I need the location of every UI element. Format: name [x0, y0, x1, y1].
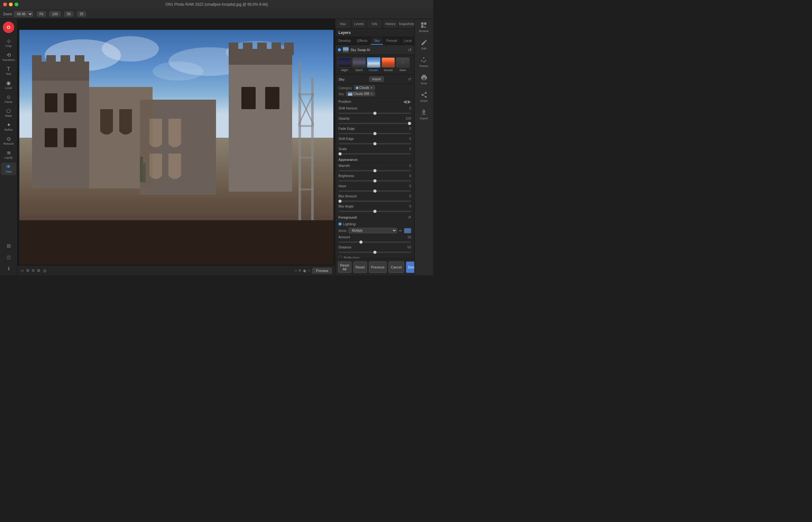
fg-distance-header: Distance 50: [338, 245, 411, 249]
nav-tab-levels[interactable]: Levels: [351, 19, 367, 28]
opacity-input[interactable]: [338, 123, 411, 124]
refine-tool[interactable]: ✦ Refine: [1, 121, 16, 133]
window-title: ON1 Photo RAW 2022 (smallpox-hospital.jp…: [165, 2, 268, 7]
svg-rect-13: [45, 93, 57, 112]
night-thumb-image: [338, 57, 351, 67]
opacity-header: Opacity 100: [338, 117, 411, 120]
shift-edge-header: Shift Edge 0: [338, 137, 411, 141]
blur-angle-header: Blur Angle 0: [338, 204, 411, 208]
reset-all-button[interactable]: Reset All: [338, 261, 351, 273]
edit-button[interactable]: Edit: [421, 39, 428, 50]
mode-select[interactable]: Multiply Normal Screen Overlay: [349, 228, 397, 233]
nav-tab-info[interactable]: Info: [367, 19, 383, 28]
reflection-toggle[interactable]: [338, 256, 342, 259]
grid-view-icon[interactable]: ⊟: [32, 268, 35, 273]
export-button[interactable]: Export: [420, 109, 428, 120]
tab-develop[interactable]: Develop: [335, 37, 354, 45]
fg-amount-input[interactable]: [338, 241, 411, 243]
position-arrows: ◀ ▶: [403, 99, 411, 104]
sky-reset-button[interactable]: ↺: [408, 47, 412, 52]
previous-button[interactable]: Previous: [369, 261, 387, 273]
transform-tool[interactable]: ⟲ Transform: [1, 51, 16, 63]
fg-distance-input[interactable]: [338, 252, 411, 253]
sky-thumb-more[interactable]: ··· More: [396, 57, 410, 72]
sunset-thumb-image: [381, 57, 395, 67]
crop-tool[interactable]: ⊹ Crop: [1, 37, 16, 49]
sky-thumb-clouds[interactable]: Clouds*: [367, 57, 380, 72]
preview-button[interactable]: Preview: [312, 268, 332, 274]
panel-content: Sky: Import ↺ Category Clouds ▼ Sky: [335, 75, 414, 259]
sky-thumb-storm[interactable]: Storm: [352, 57, 366, 72]
bottom-tool-1[interactable]: ▤: [1, 241, 16, 250]
nav-tab-history[interactable]: History: [383, 19, 399, 28]
done-button[interactable]: Done: [406, 261, 414, 273]
faces-tool[interactable]: ☺ Faces: [1, 93, 16, 105]
nav-tab-nav[interactable]: Nav: [335, 19, 351, 28]
svg-rect-24: [271, 42, 281, 55]
minimize-button[interactable]: [9, 2, 13, 6]
maximize-button[interactable]: [15, 2, 18, 6]
zoom-group: Zoom 68.96: [3, 11, 33, 17]
browse-label: Browse: [419, 29, 429, 33]
blur-angle-input[interactable]: [338, 211, 411, 212]
mask-icon: ⬡: [6, 108, 11, 114]
zoom-50-button[interactable]: 50: [64, 12, 73, 17]
blur-amount-input[interactable]: [338, 201, 411, 202]
close-button[interactable]: [3, 2, 7, 6]
tab-local[interactable]: Local: [401, 37, 414, 45]
bottom-tool-3[interactable]: ℹ: [1, 264, 16, 273]
tab-effects[interactable]: Effects: [354, 37, 371, 45]
traffic-lights: [3, 2, 18, 6]
cancel-button[interactable]: Cancel: [389, 261, 404, 273]
position-right-arrow[interactable]: ▶: [408, 99, 411, 104]
foreground-label: Foreground:: [338, 216, 406, 219]
scale-label: Scale: [338, 147, 347, 151]
category-value: Clouds: [359, 86, 369, 89]
zoom-select[interactable]: 68.96: [14, 11, 33, 17]
shift-horizon-input[interactable]: [338, 113, 411, 114]
reset-button[interactable]: Reset: [353, 261, 367, 273]
fg-amount-header: Amount 30: [338, 235, 411, 239]
shift-edge-label: Shift Edge: [338, 137, 354, 141]
haze-input[interactable]: [338, 190, 411, 192]
local-tool[interactable]: ◉ Local: [1, 79, 16, 92]
fit-button[interactable]: Fit: [37, 12, 46, 17]
category-section: Category Clouds ▼ Sky Clouds 008 ▼: [335, 84, 414, 98]
photo-canvas[interactable]: [19, 30, 333, 265]
category-selector[interactable]: Clouds ▼: [354, 85, 375, 90]
split-view-icon[interactable]: ⊠: [37, 268, 40, 273]
scale-input[interactable]: [338, 153, 411, 155]
zoom-25-button[interactable]: 25: [77, 12, 86, 17]
svg-rect-38: [140, 157, 143, 182]
color-picker-icon[interactable]: ✏: [399, 228, 402, 233]
view-tool[interactable]: 👁 View: [1, 162, 16, 175]
mask-tool[interactable]: ⬡ Mask: [1, 107, 16, 119]
tab-portrait[interactable]: Portrait: [383, 37, 401, 45]
fade-edge-input[interactable]: [338, 133, 411, 134]
nav-tab-snapshots[interactable]: Snapshots: [398, 19, 414, 28]
sky-import-reset[interactable]: ↺: [408, 77, 411, 82]
zoom-100-button[interactable]: 100: [49, 12, 60, 17]
filmstrip-icon[interactable]: ⊞: [26, 268, 29, 273]
share-button[interactable]: Share: [420, 92, 428, 102]
resize-button[interactable]: Resize: [420, 57, 429, 67]
compare-view-icon[interactable]: ▭: [21, 268, 24, 273]
bottom-tool-2[interactable]: ◫: [1, 253, 16, 261]
bottom-canvas-icons: ▭ ⊞ ⊟ ⊠: [21, 268, 40, 273]
print-button[interactable]: Print: [421, 74, 428, 85]
retouch-tool[interactable]: ⊙ Retouch: [1, 135, 16, 147]
browse-button[interactable]: Browse: [419, 22, 429, 33]
sky-thumb-night[interactable]: Night: [338, 57, 351, 72]
shift-edge-input[interactable]: [338, 143, 411, 144]
color-swatch[interactable]: [404, 228, 411, 233]
text-tool[interactable]: T Text: [1, 65, 16, 77]
import-button[interactable]: Import: [369, 77, 384, 82]
tab-sky[interactable]: Sky: [371, 37, 383, 45]
sky-value-selector[interactable]: Clouds 008 ▼: [346, 92, 375, 96]
position-left-arrow[interactable]: ◀: [403, 99, 407, 104]
liquify-tool[interactable]: ≋ Liquify: [1, 148, 16, 161]
warmth-input[interactable]: [338, 170, 411, 172]
foreground-reset[interactable]: ↺: [408, 215, 411, 220]
brightness-input[interactable]: [338, 180, 411, 181]
sky-thumb-sunset[interactable]: Sunset: [381, 57, 395, 72]
